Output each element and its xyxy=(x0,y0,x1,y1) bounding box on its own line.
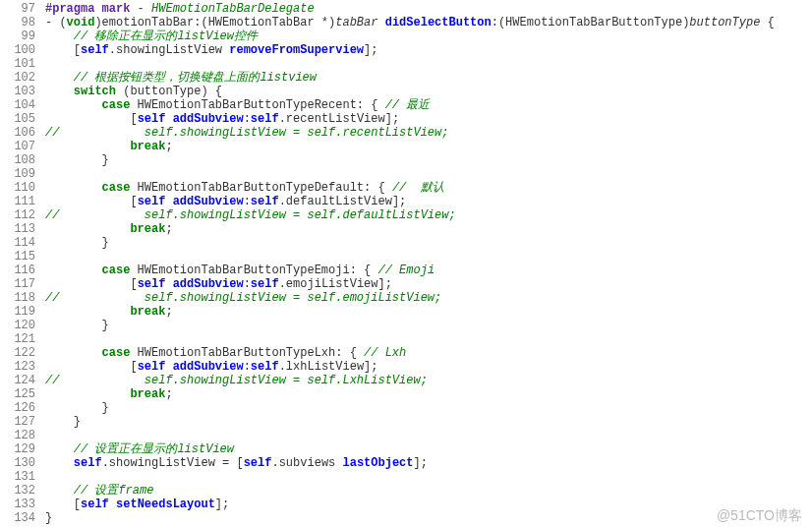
code-line: break; xyxy=(45,140,775,153)
code-line: } xyxy=(45,236,775,250)
line-number: 110 xyxy=(0,181,35,195)
line-number: 102 xyxy=(0,71,35,85)
line-number: 124 xyxy=(0,374,35,387)
line-number: 131 xyxy=(0,470,35,484)
line-number: 121 xyxy=(0,332,35,346)
code-line: [self addSubview:self.lxhListView]; xyxy=(45,360,775,374)
code-line: } xyxy=(45,415,775,429)
code-line: [self.showingListView removeFromSupervie… xyxy=(45,43,775,57)
code-line xyxy=(45,250,775,264)
line-number: 103 xyxy=(0,85,35,98)
code-line: [self addSubview:self.recentListView]; xyxy=(45,112,775,126)
line-number: 122 xyxy=(0,346,35,360)
line-number: 108 xyxy=(0,153,35,167)
code-line: // 设置frame xyxy=(45,484,775,498)
code-line: } xyxy=(45,401,775,415)
code-line: } xyxy=(45,319,775,332)
code-line xyxy=(45,57,775,71)
code-line: break; xyxy=(45,222,775,236)
code-line xyxy=(45,429,775,442)
line-number: 107 xyxy=(0,140,35,153)
line-number: 132 xyxy=(0,484,35,498)
code-line: [self addSubview:self.emojiListView]; xyxy=(45,277,775,291)
code-line: } xyxy=(45,153,775,167)
code-line: case HWEmotionTabBarButtonTypeDefault: {… xyxy=(45,181,775,195)
line-number: 109 xyxy=(0,167,35,181)
line-number: 112 xyxy=(0,208,35,222)
line-number: 123 xyxy=(0,360,35,374)
line-number: 100 xyxy=(0,43,35,57)
code-line: // self.showingListView = self.recentLis… xyxy=(45,126,775,140)
code-line: case HWEmotionTabBarButtonTypeLxh: { // … xyxy=(45,346,775,360)
line-number: 128 xyxy=(0,429,35,442)
line-number: 99 xyxy=(0,29,35,43)
code-line: // 设置正在显示的listView xyxy=(45,442,775,456)
code-line: case HWEmotionTabBarButtonTypeRecent: { … xyxy=(45,98,775,112)
code-line: case HWEmotionTabBarButtonTypeEmoji: { /… xyxy=(45,264,775,277)
line-number: 97 xyxy=(0,2,35,16)
code-line: // self.showingListView = self.emojiList… xyxy=(45,291,775,305)
watermark: @51CTO博客 xyxy=(717,508,802,522)
line-number: 115 xyxy=(0,250,35,264)
line-number: 118 xyxy=(0,291,35,305)
code-line xyxy=(45,332,775,346)
code-line: // 移除正在显示的listView控件 xyxy=(45,29,775,43)
code-line: [self addSubview:self.defaultListView]; xyxy=(45,195,775,208)
line-number: 129 xyxy=(0,442,35,456)
code-line: [self setNeedsLayout]; xyxy=(45,498,775,511)
line-number: 111 xyxy=(0,195,35,208)
code-line: #pragma mark - HWEmotionTabBarDelegate xyxy=(45,2,775,16)
line-number: 113 xyxy=(0,222,35,236)
line-number: 119 xyxy=(0,305,35,319)
line-number: 133 xyxy=(0,498,35,511)
line-number: 130 xyxy=(0,456,35,470)
line-number: 104 xyxy=(0,98,35,112)
line-number: 134 xyxy=(0,511,35,525)
line-number: 116 xyxy=(0,264,35,277)
line-number: 106 xyxy=(0,126,35,140)
code-area: #pragma mark - HWEmotionTabBarDelegate- … xyxy=(39,0,775,527)
line-number: 126 xyxy=(0,401,35,415)
line-number: 101 xyxy=(0,57,35,71)
code-line: break; xyxy=(45,387,775,401)
code-line xyxy=(45,470,775,484)
code-line: // self.showingListView = self.LxhListVi… xyxy=(45,374,775,387)
code-snippet: 9798991001011021031041051061071081091101… xyxy=(0,0,812,527)
code-line: self.showingListView = [self.subviews la… xyxy=(45,456,775,470)
line-number: 105 xyxy=(0,112,35,126)
line-number: 125 xyxy=(0,387,35,401)
code-line: } xyxy=(45,511,775,525)
line-number: 120 xyxy=(0,319,35,332)
code-line: switch (buttonType) { xyxy=(45,85,775,98)
code-line: break; xyxy=(45,305,775,319)
line-number: 114 xyxy=(0,236,35,250)
line-number: 98 xyxy=(0,16,35,29)
code-line xyxy=(45,167,775,181)
code-line: // 根据按钮类型，切换键盘上面的listview xyxy=(45,71,775,85)
line-number: 117 xyxy=(0,277,35,291)
line-number-gutter: 9798991001011021031041051061071081091101… xyxy=(0,0,39,527)
line-number: 127 xyxy=(0,415,35,429)
code-line: - (void)emotionTabBar:(HWEmotionTabBar *… xyxy=(45,16,775,29)
code-line: // self.showingListView = self.defaultLi… xyxy=(45,208,775,222)
